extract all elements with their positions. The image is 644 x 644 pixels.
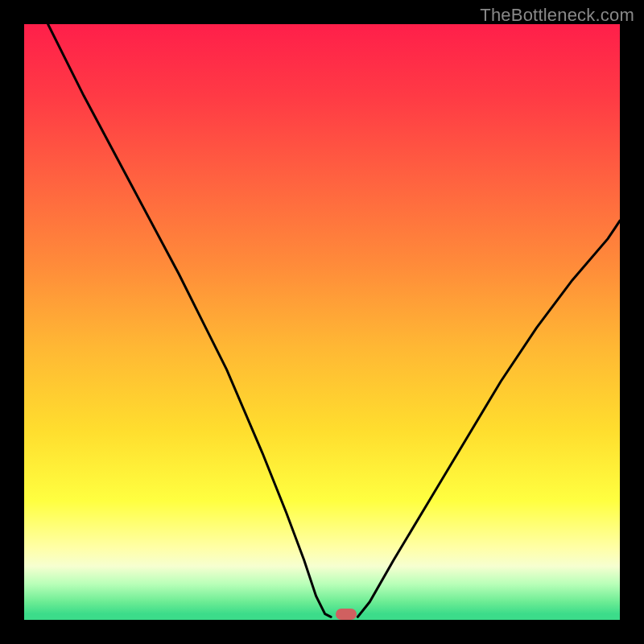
bottleneck-curve: [24, 24, 620, 620]
curve-left: [48, 24, 332, 617]
plot-area: [24, 24, 620, 620]
optimal-marker: [336, 609, 357, 620]
watermark-text: TheBottleneck.com: [480, 5, 634, 26]
curve-right: [357, 221, 620, 617]
chart-frame: TheBottleneck.com: [0, 0, 644, 644]
